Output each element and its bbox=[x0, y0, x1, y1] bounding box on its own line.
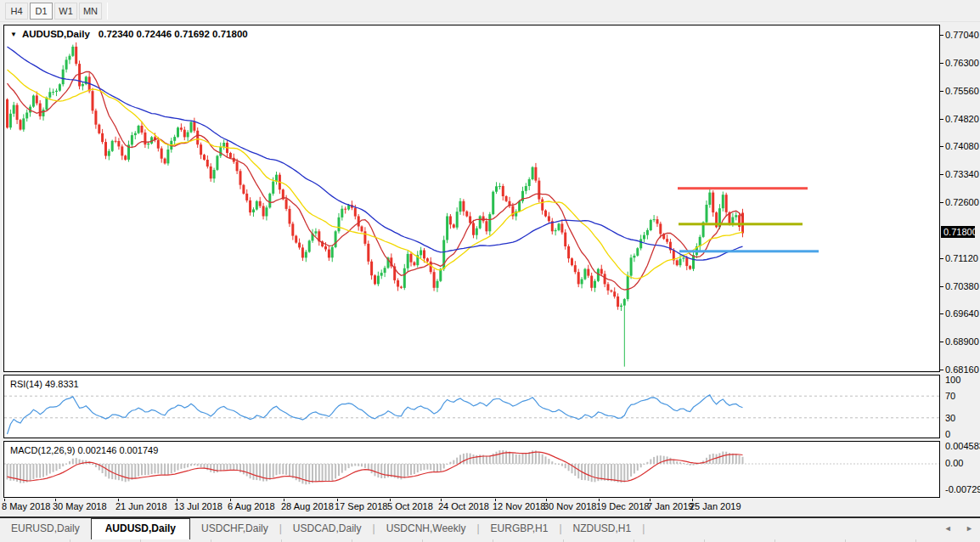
price-axis-tick: 0.74820 bbox=[945, 114, 979, 124]
date-axis-tick: 17 Sep 2018 bbox=[335, 501, 387, 511]
date-axis-tick-mark bbox=[230, 499, 231, 501]
rsi-label: RSI(14) 49.8331 bbox=[10, 379, 79, 389]
date-axis-tick: 13 Jul 2018 bbox=[174, 501, 222, 511]
toolbar-separator bbox=[107, 3, 108, 20]
trading-terminal-window: H4D1W1MN ▼AUDUSD,Daily0.72340 0.72446 0.… bbox=[0, 0, 980, 542]
date-axis-tick: 12 Nov 2018 bbox=[493, 501, 545, 511]
date-axis-tick-mark bbox=[692, 499, 693, 501]
rsi-axis-tick: 70 bbox=[945, 391, 955, 401]
chart-tab-usdchf[interactable]: USDCHF,Daily bbox=[190, 518, 279, 539]
macd-label: MACD(12,26,9) 0.002146 0.001749 bbox=[10, 445, 158, 455]
date-axis-tick-mark bbox=[337, 499, 338, 501]
macd-values: 0.002146 0.001749 bbox=[77, 445, 158, 455]
date-axis-tick-mark bbox=[599, 499, 600, 501]
date-axis-tick-mark bbox=[4, 499, 5, 501]
price-axis-tick-mark bbox=[940, 202, 943, 203]
chart-symbol: AUDUSD,Daily bbox=[22, 29, 90, 39]
date-axis-tick-mark bbox=[390, 499, 391, 501]
chart-title: ▼AUDUSD,Daily0.72340 0.72446 0.71692 0.7… bbox=[10, 29, 248, 39]
price-axis-tick: 0.73340 bbox=[945, 169, 979, 179]
date-axis-tick: 21 Jun 2018 bbox=[115, 501, 167, 511]
date-axis-tick-mark bbox=[284, 499, 284, 501]
date-axis-tick-mark bbox=[650, 499, 651, 501]
price-axis-tick: 0.71120 bbox=[945, 253, 978, 263]
timeframe-button-h4[interactable]: H4 bbox=[5, 3, 28, 20]
price-axis-tick-mark bbox=[940, 313, 943, 314]
date-axis-tick: 7 Jan 2019 bbox=[647, 501, 693, 511]
price-axis-tick: 0.72600 bbox=[945, 197, 979, 207]
tab-scroll-arrows: ◄ ► bbox=[932, 518, 973, 539]
date-axis-tick: 30 May 2018 bbox=[53, 501, 107, 511]
date-axis-tick: 30 Nov 2018 bbox=[544, 501, 596, 511]
price-axis-tick-mark bbox=[940, 35, 943, 36]
macd-axis-tick: -0.007292 bbox=[945, 484, 980, 494]
price-chart-panel: ▼AUDUSD,Daily0.72340 0.72446 0.71692 0.7… bbox=[3, 25, 940, 372]
rsi-axis-tick: 100 bbox=[945, 375, 960, 385]
date-axis-tick: 5 Oct 2018 bbox=[387, 501, 433, 511]
chart-ohlc-values: 0.72340 0.72446 0.71692 0.71800 bbox=[99, 29, 248, 39]
chart-tab-nzdusd[interactable]: NZDUSD,H1 bbox=[562, 518, 643, 539]
chart-tab-audusd[interactable]: AUDUSD,Daily bbox=[91, 518, 190, 539]
price-chart-canvas[interactable] bbox=[4, 25, 939, 371]
rsi-chart-canvas[interactable] bbox=[4, 375, 939, 438]
timeframe-button-mn[interactable]: MN bbox=[79, 3, 102, 20]
tab-scroll-right-icon[interactable]: ► bbox=[966, 524, 973, 533]
price-axis-tick-mark bbox=[940, 63, 943, 64]
macd-axis-tick: 0.00 bbox=[945, 458, 963, 468]
date-axis-tick: 19 Dec 2018 bbox=[596, 501, 649, 511]
price-axis-tick: 0.69640 bbox=[945, 308, 979, 319]
date-axis-tick: 8 May 2018 bbox=[2, 501, 50, 511]
price-axis-tick-mark bbox=[940, 119, 943, 120]
date-axis-tick-mark bbox=[546, 499, 547, 501]
timeframe-button-w1[interactable]: W1 bbox=[54, 3, 77, 20]
chart-tab-usdcnh[interactable]: USDCNH,Weekly bbox=[375, 518, 477, 539]
price-axis-tick: 0.74080 bbox=[945, 141, 979, 151]
price-axis-tick: 0.76300 bbox=[945, 58, 979, 68]
symbol-dropdown-icon[interactable]: ▼ bbox=[10, 31, 17, 38]
macd-axis-tick: 0.004583 bbox=[945, 441, 980, 451]
chart-tab-usdcad[interactable]: USDCAD,Daily bbox=[282, 518, 373, 539]
date-axis-tick-mark bbox=[118, 499, 119, 501]
rsi-name: RSI(14) bbox=[10, 379, 42, 389]
price-axis-tick-mark bbox=[940, 146, 943, 147]
price-axis-tick-mark bbox=[940, 370, 943, 370]
price-axis-tick: 0.68900 bbox=[945, 336, 979, 347]
chart-tab-eurgbp[interactable]: EURGBP,H1 bbox=[480, 518, 560, 539]
date-axis-tick: 28 Aug 2018 bbox=[281, 501, 334, 511]
date-axis-tick-mark bbox=[177, 499, 177, 501]
price-axis-tick-mark bbox=[940, 342, 943, 342]
price-axis-tick-mark bbox=[940, 286, 943, 287]
rsi-axis-tick: 30 bbox=[945, 413, 955, 423]
macd-panel: MACD(12,26,9) 0.002146 0.001749 bbox=[3, 441, 940, 498]
price-axis-tick: 0.70380 bbox=[945, 281, 979, 291]
date-axis-tick: 24 Oct 2018 bbox=[438, 501, 489, 511]
timeframe-toolbar: H4D1W1MN bbox=[0, 0, 980, 22]
price-axis-tick: 0.75560 bbox=[945, 86, 979, 96]
macd-name: MACD(12,26,9) bbox=[10, 445, 75, 455]
date-axis-tick: 6 Aug 2018 bbox=[228, 501, 275, 511]
tab-separator: | bbox=[642, 518, 645, 539]
chart-tab-eurusd[interactable]: EURUSD,Daily bbox=[0, 518, 91, 539]
tab-scroll-left-icon[interactable]: ◄ bbox=[944, 524, 952, 533]
price-axis-tick: 0.68160 bbox=[945, 364, 979, 375]
date-axis-tick-mark bbox=[55, 499, 56, 501]
date-axis-tick-mark bbox=[441, 499, 442, 501]
price-axis-tick-mark bbox=[940, 258, 943, 259]
date-axis-tick-mark bbox=[495, 499, 496, 501]
chart-tabs-bar: EURUSD,DailyAUDUSD,DailyUSDCHF,Daily|USD… bbox=[0, 518, 980, 539]
price-axis-tick-mark bbox=[940, 91, 943, 92]
rsi-axis-tick: 0 bbox=[945, 429, 950, 439]
price-axis-tick-mark bbox=[940, 174, 943, 175]
date-axis-tick: 25 Jan 2019 bbox=[690, 501, 741, 511]
timeframe-button-d1[interactable]: D1 bbox=[30, 3, 53, 20]
price-axis-tick: 0.77040 bbox=[945, 30, 979, 40]
rsi-value: 49.8331 bbox=[45, 379, 79, 389]
rsi-panel: RSI(14) 49.8331 bbox=[3, 375, 940, 438]
